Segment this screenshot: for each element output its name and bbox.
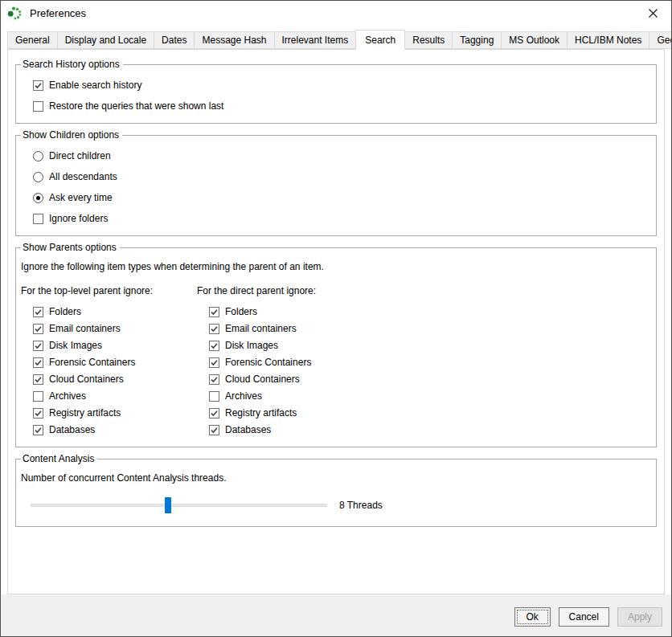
checkbox[interactable] — [209, 408, 219, 419]
checkbox-ignore-folders[interactable]: Ignore folders — [33, 213, 652, 224]
checkbox-label: Folders — [225, 306, 257, 317]
checkbox[interactable] — [33, 425, 43, 435]
tab-label: Search — [365, 35, 395, 46]
check-icon — [210, 426, 219, 435]
radio-ask-every-time[interactable]: Ask every time — [33, 192, 652, 203]
radio-button[interactable] — [33, 172, 43, 182]
checkbox-label: Email containers — [225, 323, 297, 334]
tab-label: Tagging — [460, 35, 494, 46]
tab-irrelevant-items[interactable]: Irrelevant Items — [274, 31, 357, 49]
radio-button[interactable] — [33, 151, 43, 161]
checkbox[interactable] — [33, 341, 43, 351]
check-icon — [210, 409, 219, 418]
checkbox-label: Registry artifacts — [225, 407, 297, 419]
checkbox-label: Forensic Containers — [225, 357, 311, 368]
checkbox-direct-cloud-containers[interactable]: Cloud Containers — [209, 374, 316, 385]
tab-ms-outlook[interactable]: MS Outlook — [501, 31, 568, 49]
tab-label: Dates — [162, 35, 186, 46]
tab-display-and-locale[interactable]: Display and Locale — [57, 31, 154, 49]
tab-results[interactable]: Results — [404, 31, 453, 49]
direct-parent-column: For the direct parent ignore: Folders Em… — [196, 274, 316, 435]
radio-all-descendants[interactable]: All descendants — [33, 171, 652, 182]
check-icon — [34, 325, 43, 333]
column-header: For the direct parent ignore: — [197, 285, 316, 296]
tab-dates[interactable]: Dates — [154, 31, 195, 49]
radio-button[interactable] — [33, 193, 43, 203]
checkbox[interactable] — [209, 425, 219, 435]
checkbox[interactable] — [33, 357, 43, 368]
checkbox-enable-search-history[interactable]: Enable search history — [33, 80, 652, 91]
apply-button[interactable]: Apply — [617, 607, 662, 627]
checkbox[interactable] — [209, 307, 219, 317]
group-show-parents: Show Parents options Ignore the followin… — [15, 242, 657, 447]
checkbox-label: Cloud Containers — [49, 374, 124, 385]
checkbox-restore-the-queries-that-were-shown-last[interactable]: Restore the queries that were shown last — [33, 100, 652, 112]
tab-tagging[interactable]: Tagging — [452, 31, 502, 49]
checkbox[interactable] — [33, 374, 43, 385]
checkbox[interactable] — [33, 214, 43, 224]
checkbox[interactable] — [33, 80, 43, 91]
checkbox-label: Archives — [225, 390, 262, 402]
checkbox-label: Disk Images — [49, 340, 102, 351]
group-title: Show Children options — [21, 129, 122, 141]
tab-hcl-ibm-notes[interactable]: HCL/IBM Notes — [567, 31, 649, 49]
tab-label: Results — [412, 35, 445, 46]
group-content-analysis: Content Analysis Number of concurrent Co… — [15, 453, 657, 527]
checkbox-toplevel-forensic-containers[interactable]: Forensic Containers — [33, 357, 196, 368]
radio-direct-children[interactable]: Direct children — [33, 150, 652, 161]
top-level-parent-list: Folders Email containers Disk Images For… — [20, 306, 196, 435]
direct-parent-list: Folders Email containers Disk Images For… — [196, 306, 316, 435]
checkbox-toplevel-email-containers[interactable]: Email containers — [33, 323, 196, 334]
close-icon[interactable] — [644, 4, 662, 22]
checkbox-toplevel-databases[interactable]: Databases — [33, 424, 196, 435]
search-history-list: Enable search history Restore the querie… — [20, 80, 652, 112]
checkbox-toplevel-cloud-containers[interactable]: Cloud Containers — [33, 374, 196, 385]
checkbox[interactable] — [33, 408, 43, 419]
checkbox[interactable] — [209, 374, 219, 385]
checkbox[interactable] — [209, 341, 219, 351]
tab-search[interactable]: Search — [355, 30, 405, 50]
group-title: Content Analysis — [21, 453, 97, 464]
checkbox-direct-registry-artifacts[interactable]: Registry artifacts — [209, 407, 316, 419]
group-search-history: Search History options Enable search his… — [15, 59, 657, 124]
checkbox-label: Cloud Containers — [225, 374, 300, 385]
checkbox-toplevel-disk-images[interactable]: Disk Images — [33, 340, 196, 351]
tab-message-hash[interactable]: Message Hash — [194, 31, 274, 49]
tab-label: HCL/IBM Notes — [575, 35, 641, 46]
dialog-button-bar: Ok Cancel Apply — [1, 594, 671, 636]
checkbox[interactable] — [209, 324, 219, 334]
tab-geolocation[interactable]: Geolocation — [649, 31, 672, 49]
checkbox-direct-databases[interactable]: Databases — [209, 424, 316, 435]
checkbox-direct-email-containers[interactable]: Email containers — [209, 323, 316, 334]
checkbox-toplevel-archives[interactable]: Archives — [33, 390, 196, 402]
checkbox-label: Disk Images — [225, 340, 278, 351]
checkbox-direct-disk-images[interactable]: Disk Images — [209, 340, 316, 351]
checkbox-direct-forensic-containers[interactable]: Forensic Containers — [209, 357, 316, 368]
window-title: Preferences — [30, 7, 86, 19]
tab-general[interactable]: General — [7, 31, 58, 49]
ok-button[interactable]: Ok — [514, 607, 551, 627]
check-icon — [34, 375, 43, 384]
group-title: Show Parents options — [21, 242, 120, 253]
check-icon — [210, 375, 219, 384]
content-analysis-description: Number of concurrent Content Analysis th… — [21, 472, 652, 484]
show-children-radio-list: Direct children All descendants Ask ever… — [20, 150, 652, 203]
checkbox[interactable] — [33, 101, 43, 112]
checkbox-toplevel-registry-artifacts[interactable]: Registry artifacts — [33, 407, 196, 419]
check-icon — [34, 358, 43, 367]
checkbox[interactable] — [33, 324, 43, 334]
threads-slider-thumb[interactable] — [165, 497, 171, 513]
cancel-button[interactable]: Cancel — [559, 607, 609, 627]
tab-label: Geolocation — [657, 35, 672, 46]
checkbox-toplevel-folders[interactable]: Folders — [33, 306, 196, 317]
checkbox[interactable] — [209, 357, 219, 368]
checkbox-direct-archives[interactable]: Archives — [209, 390, 316, 402]
threads-slider-track[interactable] — [31, 504, 327, 507]
group-show-children: Show Children options Direct children Al… — [15, 129, 657, 236]
checkbox-direct-folders[interactable]: Folders — [209, 306, 316, 317]
checkbox-label: Folders — [49, 306, 81, 317]
checkbox[interactable] — [33, 391, 43, 402]
checkbox[interactable] — [209, 391, 219, 402]
checkbox[interactable] — [33, 307, 43, 317]
check-icon — [34, 81, 43, 90]
